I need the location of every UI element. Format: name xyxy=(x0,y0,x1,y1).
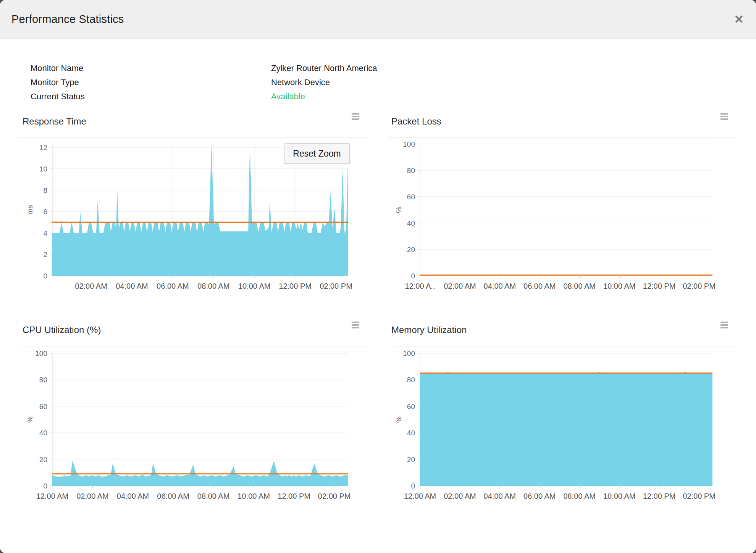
svg-text:20: 20 xyxy=(407,246,415,254)
svg-text:08:00 AM: 08:00 AM xyxy=(197,282,230,290)
monitor-name-value: Zylker Router North America xyxy=(271,63,377,73)
svg-text:12:00 PM: 12:00 PM xyxy=(643,282,676,290)
packet-loss-chart[interactable]: 02040608010012:00 A..02:00 AM04:00 AM06:… xyxy=(387,139,737,301)
svg-text:06:00 AM: 06:00 AM xyxy=(157,282,189,290)
svg-text:%: % xyxy=(395,416,403,423)
monitor-name-label: Monitor Name xyxy=(31,63,271,73)
svg-text:08:00 AM: 08:00 AM xyxy=(563,492,596,500)
svg-text:%: % xyxy=(395,207,403,213)
svg-text:04:00 AM: 04:00 AM xyxy=(116,282,148,290)
svg-text:6: 6 xyxy=(43,208,47,216)
svg-text:10:00 AM: 10:00 AM xyxy=(238,282,271,290)
cpu-utilization-chart-card: CPU Utilization (%) 02040608010012:00 AM… xyxy=(18,320,368,515)
monitor-type-label: Monitor Type xyxy=(31,78,271,87)
performance-statistics-dialog: Performance Statistics ✕ Monitor Name Zy… xyxy=(0,0,756,553)
packet-loss-title: Packet Loss xyxy=(391,116,441,127)
chart-header: Packet Loss xyxy=(387,112,737,138)
packet-loss-chart-card: Packet Loss 02040608010012:00 A..02:00 A… xyxy=(387,112,737,302)
svg-text:80: 80 xyxy=(39,376,47,384)
current-status-row: Current Status Available xyxy=(31,89,377,103)
svg-text:12:00 PM: 12:00 PM xyxy=(643,492,676,500)
cpu-utilization-title: CPU Utilization (%) xyxy=(23,325,101,335)
svg-text:40: 40 xyxy=(39,429,47,437)
svg-text:12:00 AM: 12:00 AM xyxy=(404,492,436,500)
cpu-utilization-chart[interactable]: 02040608010012:00 AM02:00 AM04:00 AM06:0… xyxy=(18,348,368,512)
current-status-label: Current Status xyxy=(31,92,271,102)
svg-text:08:00 AM: 08:00 AM xyxy=(197,492,230,500)
svg-text:0: 0 xyxy=(43,482,47,490)
svg-text:08:00 AM: 08:00 AM xyxy=(563,282,596,290)
svg-text:12:00 AM: 12:00 AM xyxy=(36,492,69,500)
svg-text:02:00 PM: 02:00 PM xyxy=(683,282,716,290)
svg-text:10:00 AM: 10:00 AM xyxy=(603,282,636,290)
svg-text:40: 40 xyxy=(407,219,415,227)
monitor-type-row: Monitor Type Network Device xyxy=(31,75,377,89)
memory-utilization-chart-card: Memory Utilization 02040608010012:00 AM0… xyxy=(387,320,737,515)
svg-text:12:00 A..: 12:00 A.. xyxy=(405,282,435,290)
svg-text:60: 60 xyxy=(39,403,47,411)
monitor-type-value: Network Device xyxy=(271,78,330,87)
monitor-name-row: Monitor Name Zylker Router North America xyxy=(31,61,377,75)
svg-text:100: 100 xyxy=(403,140,415,148)
current-status-value: Available xyxy=(271,92,305,102)
svg-text:80: 80 xyxy=(407,376,415,384)
response-time-title: Response Time xyxy=(23,116,86,127)
svg-text:10:00 AM: 10:00 AM xyxy=(237,492,270,500)
monitor-info: Monitor Name Zylker Router North America… xyxy=(31,61,377,103)
svg-text:10:00 AM: 10:00 AM xyxy=(603,492,636,500)
svg-text:02:00 PM: 02:00 PM xyxy=(683,492,716,500)
memory-utilization-chart[interactable]: 02040608010012:00 AM02:00 AM04:00 AM06:0… xyxy=(387,348,737,512)
svg-text:0: 0 xyxy=(411,482,415,490)
svg-text:04:00 AM: 04:00 AM xyxy=(484,492,516,500)
svg-text:60: 60 xyxy=(407,193,415,201)
svg-text:02:00 AM: 02:00 AM xyxy=(444,282,476,290)
svg-text:12:00 PM: 12:00 PM xyxy=(278,492,310,500)
svg-text:100: 100 xyxy=(403,349,415,357)
svg-text:80: 80 xyxy=(407,167,415,175)
svg-text:2: 2 xyxy=(43,251,47,259)
svg-text:0: 0 xyxy=(411,272,415,280)
svg-text:100: 100 xyxy=(35,349,47,357)
dialog-title: Performance Statistics xyxy=(11,13,124,26)
svg-text:06:00 AM: 06:00 AM xyxy=(157,492,189,500)
chart-menu-icon[interactable] xyxy=(720,112,729,121)
dialog-titlebar: Performance Statistics xyxy=(0,0,756,39)
svg-text:04:00 AM: 04:00 AM xyxy=(484,282,516,290)
svg-text:0: 0 xyxy=(43,272,47,280)
svg-text:20: 20 xyxy=(407,456,415,464)
chart-menu-icon[interactable] xyxy=(352,112,360,121)
svg-text:06:00 AM: 06:00 AM xyxy=(523,492,556,500)
svg-text:10: 10 xyxy=(39,165,47,173)
chart-menu-icon[interactable] xyxy=(720,321,729,329)
svg-text:02:00 AM: 02:00 AM xyxy=(75,282,107,290)
svg-text:12:00 PM: 12:00 PM xyxy=(279,282,312,290)
reset-zoom-button[interactable]: Reset Zoom xyxy=(284,143,350,164)
svg-text:02:00 AM: 02:00 AM xyxy=(76,492,109,500)
svg-text:40: 40 xyxy=(407,429,415,437)
svg-text:4: 4 xyxy=(43,229,47,237)
svg-text:02:00 PM: 02:00 PM xyxy=(318,492,351,500)
svg-text:12: 12 xyxy=(39,144,47,152)
chart-menu-icon[interactable] xyxy=(352,321,360,329)
response-time-chart-card: Response Time 02468101202:00 AM04:00 AM0… xyxy=(18,112,368,302)
svg-text:06:00 AM: 06:00 AM xyxy=(523,282,556,290)
close-icon[interactable]: ✕ xyxy=(734,0,744,38)
chart-header: CPU Utilization (%) xyxy=(18,320,368,346)
memory-utilization-title: Memory Utilization xyxy=(391,325,467,335)
svg-text:60: 60 xyxy=(407,403,415,411)
svg-text:ms: ms xyxy=(26,205,34,214)
chart-header: Response Time xyxy=(18,112,368,138)
svg-text:20: 20 xyxy=(39,456,47,464)
svg-text:04:00 AM: 04:00 AM xyxy=(117,492,149,500)
svg-text:02:00 PM: 02:00 PM xyxy=(320,282,352,290)
svg-text:8: 8 xyxy=(43,186,47,194)
svg-text:%: % xyxy=(26,416,34,423)
chart-header: Memory Utilization xyxy=(387,320,737,346)
svg-text:02:00 AM: 02:00 AM xyxy=(444,492,476,500)
